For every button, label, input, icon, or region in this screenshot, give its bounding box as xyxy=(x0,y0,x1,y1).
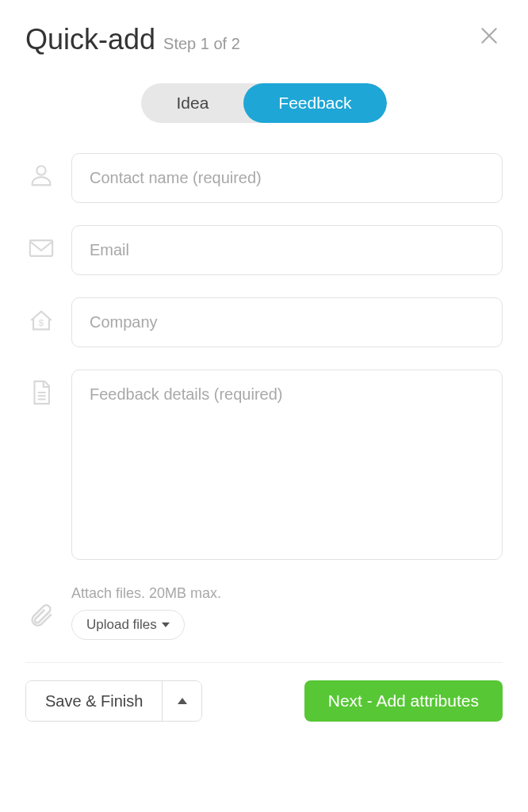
caret-down-icon xyxy=(162,622,170,627)
save-split-button: Save & Finish xyxy=(25,680,202,722)
tab-feedback[interactable]: Feedback xyxy=(243,83,386,123)
person-icon xyxy=(25,153,57,190)
step-indicator: Step 1 of 2 xyxy=(163,35,240,53)
save-finish-dropdown-button[interactable] xyxy=(162,681,201,721)
paperclip-icon xyxy=(25,597,57,629)
tab-idea[interactable]: Idea xyxy=(141,83,243,123)
caret-up-icon xyxy=(178,698,187,704)
type-tabs: Idea Feedback xyxy=(25,83,503,123)
modal-header: Quick-add Step 1 of 2 xyxy=(25,22,503,56)
attach-label: Attach files. 20MB max. xyxy=(71,585,503,602)
upload-files-button[interactable]: Upload files xyxy=(71,610,185,640)
modal-title: Quick-add xyxy=(25,23,155,56)
next-add-attributes-button[interactable]: Next - Add attributes xyxy=(304,680,503,722)
modal-footer: Save & Finish Next - Add attributes xyxy=(25,663,503,744)
envelope-icon xyxy=(25,225,57,262)
svg-text:$: $ xyxy=(39,318,44,327)
email-input[interactable] xyxy=(71,225,503,275)
close-icon xyxy=(479,25,499,46)
contact-name-input[interactable] xyxy=(71,153,503,203)
attach-row: Attach files. 20MB max. Upload files xyxy=(25,585,503,640)
upload-files-label: Upload files xyxy=(86,617,157,633)
feedback-details-input[interactable] xyxy=(71,370,503,560)
company-input[interactable] xyxy=(71,297,503,347)
email-row xyxy=(25,225,503,275)
close-button[interactable] xyxy=(476,22,503,49)
svg-rect-0 xyxy=(30,240,52,256)
details-row xyxy=(25,370,503,563)
contact-name-row xyxy=(25,153,503,203)
company-icon: $ xyxy=(25,297,57,334)
company-row: $ xyxy=(25,297,503,347)
save-finish-button[interactable]: Save & Finish xyxy=(26,681,162,721)
document-icon xyxy=(25,370,57,406)
